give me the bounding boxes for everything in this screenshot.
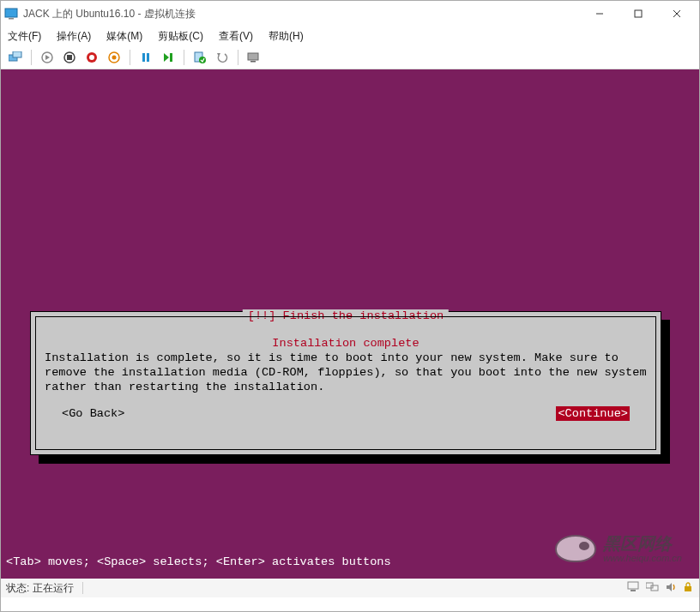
start-button[interactable] [38,48,57,67]
svg-point-13 [89,55,94,60]
toolbar-separator [184,50,184,65]
toolbar-separator [31,50,32,65]
display-icon [646,581,660,596]
revert-button[interactable] [213,48,232,67]
toolbar-separator [238,50,238,65]
status-separator [82,582,83,594]
watermark-url: www.heiqu.com.cn [603,553,682,563]
menu-help[interactable]: 帮助(H) [267,27,305,45]
minimize-button[interactable] [580,1,619,27]
svg-marker-29 [667,583,672,591]
svg-marker-9 [45,55,50,60]
svg-rect-24 [250,61,256,63]
status-label: 状态: [6,581,29,596]
maximize-button[interactable] [619,1,657,27]
menu-view[interactable]: 查看(V) [217,27,255,45]
audio-icon [665,581,677,596]
reset-button[interactable] [159,48,178,67]
toolbar-separator [130,50,130,65]
menu-action[interactable]: 操作(A) [55,27,93,45]
installer-dialog: [!!] Finish the installation Installatio… [30,311,661,455]
svg-marker-18 [164,53,169,62]
app-icon [4,7,18,21]
dialog-body: Installation is complete, so it is time … [45,351,647,394]
svg-rect-23 [248,53,258,60]
titlebar: JACK 上的 Ubuntu16.10 - 虚拟机连接 [1,1,699,27]
ctrl-alt-del-button[interactable] [6,48,25,67]
svg-point-15 [112,55,117,59]
status-icons [627,581,694,596]
svg-rect-26 [631,590,636,591]
svg-rect-16 [142,53,145,62]
svg-rect-19 [170,53,172,62]
menu-clipboard[interactable]: 剪贴板(C) [156,27,205,45]
svg-rect-0 [5,9,17,17]
statusbar: 状态: 正在运行 [1,579,699,597]
status-value: 正在运行 [33,581,74,596]
menubar: 文件(F) 操作(A) 媒体(M) 剪贴板(C) 查看(V) 帮助(H) [1,27,699,45]
svg-rect-11 [67,55,72,60]
network-icon [627,581,641,596]
menu-file[interactable]: 文件(F) [6,27,43,45]
toolbar [1,45,699,69]
svg-rect-3 [635,10,642,17]
watermark-text: 黑区网络 [603,534,682,553]
dialog-subtitle: Installation complete [45,336,647,351]
svg-rect-30 [685,586,691,591]
turn-off-button[interactable] [60,48,79,67]
save-button[interactable] [105,48,124,67]
dialog-buttons: <Go Back> <Continue> [45,406,647,421]
go-back-button[interactable]: <Go Back> [62,406,124,421]
lock-icon [682,581,694,596]
svg-rect-17 [147,53,149,62]
shutdown-button[interactable] [82,48,101,67]
dialog-inner: Installation complete Installation is co… [35,316,656,450]
vm-connection-window: JACK 上的 Ubuntu16.10 - 虚拟机连接 文件(F) 操作(A) … [0,0,700,612]
svg-rect-25 [628,582,638,589]
svg-rect-1 [9,18,14,20]
svg-rect-7 [13,51,21,57]
window-title: JACK 上的 Ubuntu16.10 - 虚拟机连接 [23,7,580,21]
checkpoint-button[interactable] [190,48,209,67]
menu-media[interactable]: 媒体(M) [105,27,144,45]
continue-button[interactable]: <Continue> [556,406,630,421]
watermark: 黑区网络 www.heiqu.com.cn [555,534,682,563]
enhanced-session-button[interactable] [244,48,263,67]
keyboard-hint: <Tab> moves; <Space> selects; <Enter> ac… [6,555,391,568]
vm-display[interactable]: [!!] Finish the installation Installatio… [1,69,699,579]
pause-button[interactable] [136,48,155,67]
close-button[interactable] [657,1,696,27]
watermark-logo [555,535,596,562]
svg-marker-22 [217,53,220,57]
